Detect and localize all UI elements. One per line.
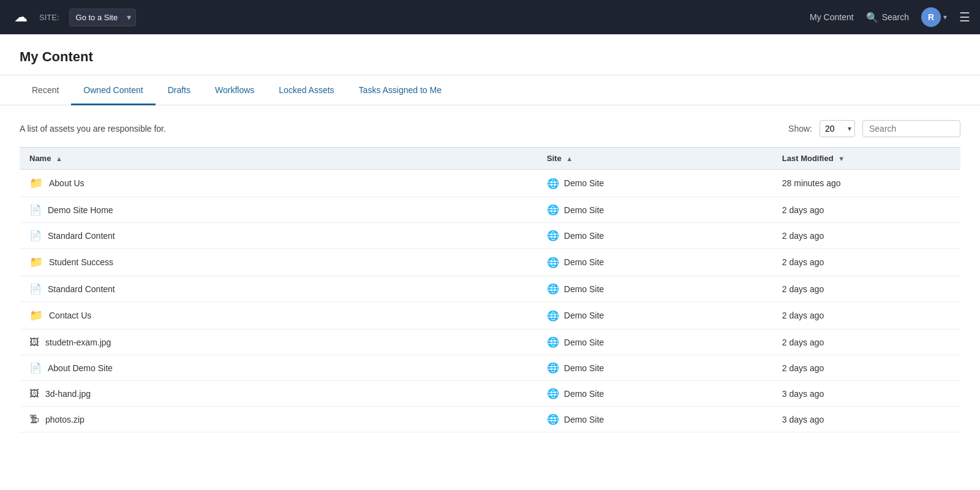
column-header-name[interactable]: Name ▲ [20,148,537,170]
tab-drafts[interactable]: Drafts [156,75,203,105]
tab-tasks-assigned[interactable]: Tasks Assigned to Me [347,75,454,105]
app-logo[interactable]: ☁ [10,6,32,28]
content-table: Name ▲ Site ▲ Last Modified ▼ 📁 About Us [20,147,960,432]
cell-last-modified: 2 days ago [772,330,960,355]
table-header-row: Name ▲ Site ▲ Last Modified ▼ [20,148,960,170]
cell-last-modified: 2 days ago [772,249,960,276]
column-header-last-modified[interactable]: Last Modified ▼ [772,148,960,170]
hamburger-menu-icon[interactable]: ☰ [959,10,970,24]
site-name: Demo Site [564,389,604,399]
site-name: Demo Site [564,284,604,294]
asset-name: Standard Content [48,231,115,241]
tab-recent[interactable]: Recent [20,75,71,105]
table-row[interactable]: 📁 Student Success 🌐 Demo Site 2 days ago [20,249,960,276]
site-name: Demo Site [564,178,604,188]
my-content-nav-link[interactable]: My Content [810,12,854,22]
globe-icon: 🌐 [547,230,559,241]
globe-icon: 🌐 [547,413,559,425]
sort-asc-icon: ▲ [566,155,573,162]
site-name: Demo Site [564,363,604,373]
cell-name: 📄 Standard Content [20,276,537,302]
sort-asc-icon: ▲ [56,155,62,162]
asset-name: About Us [49,178,85,188]
cell-name: 📄 Demo Site Home [20,197,537,223]
cell-site: 🌐 Demo Site [537,276,772,302]
search-icon: 🔍 [866,12,878,23]
tab-owned-content[interactable]: Owned Content [71,75,155,105]
toolbar-description: A list of assets you are responsible for… [20,124,166,134]
cell-site: 🌐 Demo Site [537,330,772,355]
folder-icon: 📁 [29,309,43,322]
cell-last-modified: 3 days ago [772,407,960,432]
cell-name: 📁 About Us [20,170,537,197]
avatar[interactable]: R [921,7,941,27]
site-name: Demo Site [564,205,604,215]
globe-icon: 🌐 [547,388,559,399]
asset-name: 3d-hand.jpg [45,389,91,399]
page-icon: 📄 [29,362,42,374]
asset-name: studetn-exam.jpg [45,337,111,347]
table-row[interactable]: 🖼 3d-hand.jpg 🌐 Demo Site 3 days ago [20,381,960,407]
globe-icon: 🌐 [547,178,559,189]
site-selector[interactable]: Go to a Site [69,9,136,26]
globe-icon: 🌐 [547,204,559,216]
cell-site: 🌐 Demo Site [537,249,772,276]
cell-name: 🖼 studetn-exam.jpg [20,330,537,355]
page-icon: 📄 [29,283,42,295]
folder-icon: 📁 [29,176,43,190]
tab-workflows[interactable]: Workflows [203,75,266,105]
asset-name: photos.zip [45,415,85,424]
table-row[interactable]: 📁 About Us 🌐 Demo Site 28 minutes ago [20,170,960,197]
header-search-button[interactable]: 🔍 Search [866,12,909,23]
cell-site: 🌐 Demo Site [537,381,772,407]
page-icon: 📄 [29,204,42,216]
table-row[interactable]: 📄 About Demo Site 🌐 Demo Site 2 days ago [20,355,960,381]
cell-last-modified: 2 days ago [772,197,960,223]
page-title-bar: My Content [0,34,980,65]
cell-site: 🌐 Demo Site [537,223,772,249]
column-header-site[interactable]: Site ▲ [537,148,772,170]
cell-last-modified: 3 days ago [772,381,960,407]
cell-last-modified: 28 minutes ago [772,170,960,197]
cell-site: 🌐 Demo Site [537,302,772,330]
site-name: Demo Site [564,231,604,241]
cell-last-modified: 2 days ago [772,276,960,302]
cell-last-modified: 2 days ago [772,355,960,381]
table-toolbar: A list of assets you are responsible for… [20,120,960,137]
site-name: Demo Site [564,311,604,320]
asset-name: About Demo Site [48,363,113,373]
globe-icon: 🌐 [547,336,559,348]
site-selector-wrapper: Go to a Site [69,9,136,26]
user-menu[interactable]: R ▾ [921,7,947,27]
cell-name: 📁 Student Success [20,249,537,276]
globe-icon: 🌐 [547,310,559,322]
header-right: My Content 🔍 Search R ▾ ☰ [810,7,970,27]
site-name: Demo Site [564,337,604,347]
cell-name: 🗜 photos.zip [20,407,537,432]
globe-icon: 🌐 [547,283,559,295]
site-name: Demo Site [564,415,604,424]
sort-desc-icon: ▼ [838,155,845,162]
table-row[interactable]: 🗜 photos.zip 🌐 Demo Site 3 days ago [20,407,960,432]
table-row[interactable]: 📄 Standard Content 🌐 Demo Site 2 days ag… [20,223,960,249]
table-row[interactable]: 📄 Standard Content 🌐 Demo Site 2 days ag… [20,276,960,302]
page-title: My Content [20,49,960,65]
tab-locked-assets[interactable]: Locked Assets [266,75,346,105]
toolbar-right: Show: 20 50 100 [788,120,960,137]
tabs-bar: Recent Owned Content Drafts Workflows Lo… [0,75,980,105]
cell-name: 📄 Standard Content [20,223,537,249]
asset-name: Contact Us [49,311,91,320]
chevron-down-icon[interactable]: ▾ [943,13,947,21]
page-icon: 📄 [29,230,42,241]
app-header: ☁ SITE: Go to a Site My Content 🔍 Search… [0,0,980,34]
cell-site: 🌐 Demo Site [537,197,772,223]
globe-icon: 🌐 [547,257,559,268]
show-per-page-select[interactable]: 20 50 100 [820,120,855,137]
table-row[interactable]: 📄 Demo Site Home 🌐 Demo Site 2 days ago [20,197,960,223]
table-search-input[interactable] [862,120,960,137]
table-row[interactable]: 📁 Contact Us 🌐 Demo Site 2 days ago [20,302,960,330]
table-row[interactable]: 🖼 studetn-exam.jpg 🌐 Demo Site 2 days ag… [20,330,960,355]
asset-name: Demo Site Home [48,205,113,215]
folder-icon: 📁 [29,255,43,269]
header-left: ☁ SITE: Go to a Site [10,6,136,28]
